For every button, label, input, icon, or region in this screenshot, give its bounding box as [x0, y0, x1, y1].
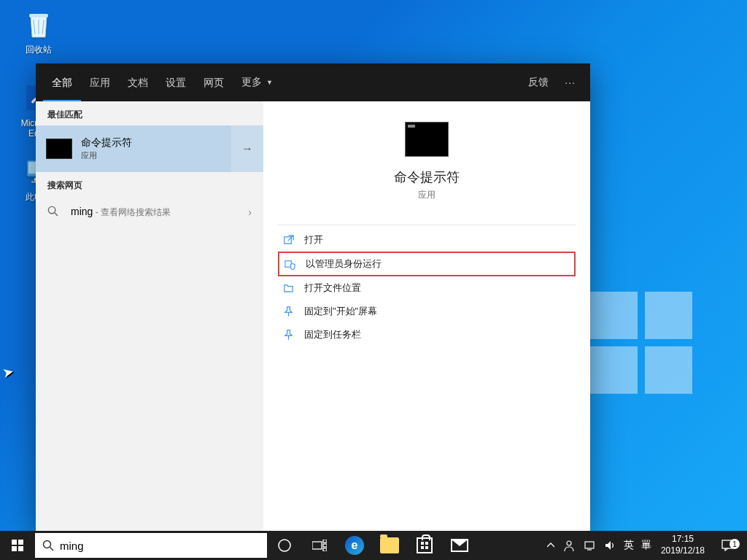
search-tabs-bar: 全部 应用 文档 设置 网页 更多▼ 反馈 ··· [36, 63, 590, 101]
svg-rect-26 [585, 542, 594, 548]
search-icon [47, 206, 61, 219]
svg-point-25 [567, 541, 571, 545]
tray-volume-icon[interactable] [600, 531, 620, 560]
section-best-match: 最佳匹配 [36, 101, 263, 125]
taskbar-edge[interactable]: e [337, 531, 372, 560]
taskbar-store[interactable] [407, 531, 442, 560]
ime-mode[interactable]: 罼 [638, 531, 655, 560]
svg-rect-10 [12, 540, 17, 545]
ime-lang[interactable]: 英 [620, 531, 638, 560]
cortana-button[interactable] [267, 531, 302, 560]
tab-settings[interactable]: 设置 [157, 63, 195, 101]
pin-icon [281, 330, 295, 341]
task-view-button[interactable] [302, 531, 337, 560]
svg-rect-19 [323, 544, 327, 547]
recycle-bin-label: 回收站 [26, 44, 52, 56]
preview-pane: 命令提示符 应用 打开 以管理员身份运行 打开文件位置 固定到 [263, 101, 590, 531]
action-pin-taskbar[interactable]: 固定到任务栏 [278, 323, 576, 346]
web-search-item[interactable]: ming - 查看网络搜索结果 › [36, 196, 263, 228]
folder-icon [281, 283, 295, 294]
svg-rect-21 [421, 542, 424, 545]
pin-icon [281, 306, 295, 317]
admin-shield-icon [282, 259, 297, 270]
best-match-item[interactable]: 命令提示符 应用 → [36, 125, 263, 172]
tray-overflow[interactable] [543, 531, 559, 560]
svg-line-15 [50, 548, 54, 551]
preview-kind: 应用 [418, 189, 436, 201]
taskbar-clock[interactable]: 17:15 2019/12/18 [655, 534, 711, 556]
tab-all[interactable]: 全部 [43, 63, 81, 101]
svg-line-7 [55, 212, 58, 215]
cmd-thumb-icon [46, 139, 72, 159]
chevron-right-icon: › [248, 206, 252, 218]
svg-rect-22 [425, 542, 428, 545]
svg-rect-13 [18, 546, 23, 551]
best-match-title: 命令提示符 [81, 136, 132, 149]
svg-rect-24 [425, 546, 428, 549]
taskbar-search-box[interactable] [35, 533, 267, 558]
open-icon [281, 235, 295, 246]
search-input[interactable] [54, 540, 260, 552]
feedback-link[interactable]: 反馈 [519, 76, 557, 89]
taskbar: e 英 罼 17:15 2019/12/18 1 [0, 531, 747, 560]
recycle-bin-icon[interactable]: 回收站 [11, 6, 66, 56]
svg-point-16 [279, 540, 290, 551]
svg-rect-0 [29, 14, 48, 18]
preview-title: 命令提示符 [394, 168, 460, 186]
system-tray: 英 罼 17:15 2019/12/18 1 [543, 531, 747, 560]
svg-rect-20 [323, 548, 327, 551]
tab-web[interactable]: 网页 [195, 63, 233, 101]
svg-point-14 [44, 541, 51, 548]
tab-docs[interactable]: 文档 [119, 63, 157, 101]
svg-rect-12 [12, 546, 17, 551]
expand-arrow-icon[interactable]: → [231, 125, 263, 172]
tray-network-icon[interactable] [579, 531, 600, 560]
taskbar-mail[interactable] [442, 531, 477, 560]
notification-badge: 1 [729, 539, 740, 549]
action-open[interactable]: 打开 [278, 228, 576, 252]
action-pin-start[interactable]: 固定到"开始"屏幕 [278, 300, 576, 323]
search-panel: 全部 应用 文档 设置 网页 更多▼ 反馈 ··· 最佳匹配 命令提示符 应用 … [36, 63, 590, 531]
svg-rect-17 [312, 542, 322, 549]
web-search-text: ming - 查看网络搜索结果 [71, 206, 248, 219]
svg-rect-8 [284, 236, 290, 243]
overflow-menu[interactable]: ··· [557, 77, 583, 88]
best-match-kind: 应用 [81, 150, 132, 161]
search-icon [42, 540, 54, 551]
mouse-cursor: ➤ [1, 364, 15, 382]
action-center-button[interactable]: 1 [711, 539, 744, 552]
results-list: 最佳匹配 命令提示符 应用 → 搜索网页 ming - 查看网络搜索结果 › [36, 101, 263, 531]
svg-rect-23 [421, 546, 424, 549]
svg-rect-11 [18, 540, 23, 545]
tab-apps[interactable]: 应用 [81, 63, 119, 101]
section-web-search: 搜索网页 [36, 172, 263, 196]
start-button[interactable] [0, 531, 35, 560]
tab-more[interactable]: 更多▼ [233, 63, 282, 101]
taskbar-explorer[interactable] [372, 531, 407, 560]
svg-rect-18 [323, 540, 327, 542]
windows-background-logo [590, 292, 692, 394]
preview-thumb-icon [405, 122, 449, 157]
action-open-location[interactable]: 打开文件位置 [278, 276, 576, 300]
tray-people-icon[interactable] [559, 531, 579, 560]
action-run-as-admin[interactable]: 以管理员身份运行 [278, 252, 576, 276]
svg-point-6 [48, 206, 55, 213]
